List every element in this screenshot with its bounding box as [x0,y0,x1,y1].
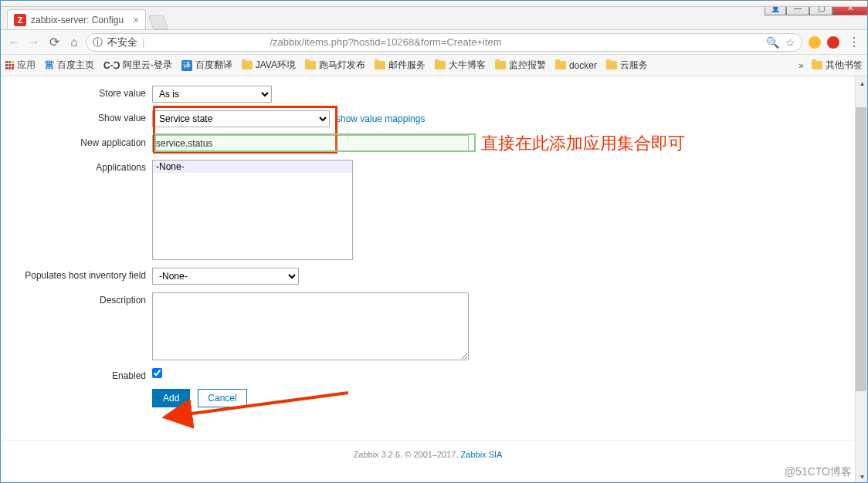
store-value-label: Store value [1,86,152,99]
info-icon: ⓘ [93,35,103,49]
cancel-button[interactable]: Cancel [198,389,246,407]
extension-icon-2[interactable] [827,36,839,49]
applications-label: Applications [1,160,152,173]
star-icon[interactable]: ☆ [785,36,795,49]
extension-icon-1[interactable] [809,36,821,49]
extension-icons [805,36,843,49]
enabled-label: Enabled [1,368,152,381]
folder-icon [375,61,385,69]
address-bar[interactable]: ⓘ 不安全 | /zabbix/items.php?hostid=10268&f… [86,33,802,52]
vertical-scrollbar[interactable]: ▴ ▾ [855,76,867,482]
page-content: Store value As is Show value Service sta… [1,76,867,482]
bookmark-java[interactable]: JAVA环境 [242,59,296,72]
scroll-down-arrow-icon[interactable]: ▾ [856,470,867,482]
insecure-label: 不安全 [107,35,137,49]
scrollbar-thumb[interactable] [856,107,866,391]
menu-button[interactable]: ⋮ [846,35,863,49]
footer-text: Zabbix 3.2.6. © 2001–2017, [354,450,461,459]
enabled-checkbox[interactable] [152,368,162,378]
search-in-addr-icon[interactable]: 🔍 [766,36,779,49]
watermark: @51CTO博客 [785,465,852,479]
back-button[interactable]: ← [5,35,22,49]
scroll-up-arrow-icon[interactable]: ▴ [856,76,867,89]
folder-icon [242,61,253,69]
bookmark-baidu[interactable]: 當百度主页 [45,59,94,72]
other-bookmarks[interactable]: 其他书签 [812,59,863,72]
reload-button[interactable]: ⟳ [46,35,63,49]
titlebar [1,1,867,7]
description-textarea[interactable] [152,292,469,360]
applications-listbox[interactable]: -None- [152,160,353,260]
description-label: Description [1,292,152,306]
folder-icon [435,61,446,69]
tab-close-icon[interactable]: × [133,14,139,26]
navigation-bar: ← → ⟳ ⌂ ⓘ 不安全 | /zabbix/items.php?hostid… [1,30,867,55]
bookmark-monitor[interactable]: 监控报警 [495,59,546,72]
footer-link[interactable]: Zabbix SIA [461,450,503,459]
browser-window: 👤 — ▢ ✕ Z zabbix-server: Configu × ← → ⟳… [0,0,868,483]
list-item[interactable]: -None- [153,160,352,173]
new-application-input[interactable] [152,135,469,152]
tab-strip: Z zabbix-server: Configu × [1,7,867,30]
bookmark-pmd[interactable]: 跑马灯发布 [305,59,365,72]
folder-icon [495,61,506,69]
folder-icon [305,61,316,69]
folder-icon [606,61,617,69]
bookmark-mail[interactable]: 邮件服务 [375,59,426,72]
browser-tab[interactable]: Z zabbix-server: Configu × [7,9,146,29]
url-path: /zabbix/items.php?hostid=10268&form=Crea… [270,36,501,48]
bookmark-blog[interactable]: 大牛博客 [435,59,486,72]
page-footer: Zabbix 3.2.6. © 2001–2017, Zabbix SIA [1,440,855,459]
bookmark-aliyun[interactable]: C-Ɔ阿里云-登录 [103,59,172,72]
home-button[interactable]: ⌂ [66,35,83,49]
new-application-label: New application [1,135,152,148]
folder-icon [555,61,566,69]
add-button[interactable]: Add [152,389,190,407]
bookmark-docker[interactable]: docker [555,60,597,71]
overflow-chevron-icon[interactable]: » [798,60,804,71]
bookmark-fanyi[interactable]: 译百度翻译 [181,59,232,72]
bookmark-cloud[interactable]: 云服务 [606,59,648,72]
tab-title: zabbix-server: Configu [31,15,124,25]
bookmarks-bar: 应用 當百度主页 C-Ɔ阿里云-登录 译百度翻译 JAVA环境 跑马灯发布 邮件… [1,55,867,76]
store-value-select[interactable]: As is [152,86,272,103]
apps-button[interactable]: 应用 [5,59,36,72]
show-value-mappings-link[interactable]: show value mappings [336,113,425,124]
forward-button[interactable]: → [25,35,42,49]
inventory-select[interactable]: -None- [152,268,299,285]
tab-favicon: Z [14,14,26,26]
new-tab-button[interactable] [148,15,169,29]
show-value-select[interactable]: Service state [152,110,330,127]
folder-icon [812,61,822,69]
inventory-label: Populates host inventory field [1,268,152,281]
annotation-text: 直接在此添加应用集合即可 [481,132,685,155]
apps-label: 应用 [17,59,36,72]
show-value-label: Show value [1,110,152,123]
item-form: Store value As is Show value Service sta… [1,76,867,407]
apps-icon [5,61,14,69]
